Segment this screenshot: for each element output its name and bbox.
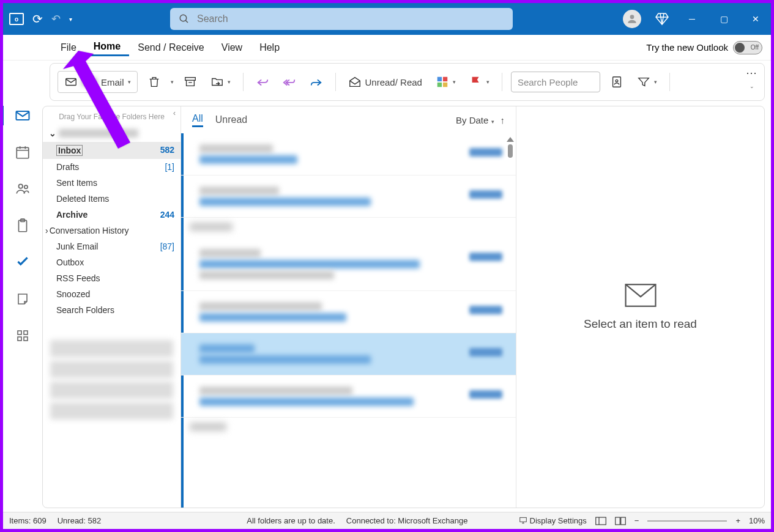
navrail-calendar[interactable] <box>10 142 35 162</box>
collapse-folder-pane-icon[interactable]: ‹ <box>173 109 176 117</box>
forward-button[interactable] <box>306 71 327 93</box>
diamond-premium-icon[interactable] <box>655 12 669 26</box>
unread-read-button[interactable]: Unread/ Read <box>344 71 426 93</box>
zoom-out-button[interactable]: − <box>634 516 639 525</box>
display-settings-button[interactable]: Display Settings <box>519 516 587 525</box>
flag-button[interactable]: ▾ <box>466 71 493 93</box>
archive-button[interactable] <box>180 71 201 93</box>
folder-archive[interactable]: Archive 244 <box>43 207 180 223</box>
folder-rss-feeds[interactable]: RSS Feeds <box>43 270 180 286</box>
zoom-slider[interactable] <box>647 520 727 522</box>
status-items-count: Items: 609 <box>9 516 47 525</box>
search-input[interactable] <box>197 13 504 24</box>
trash-icon <box>147 75 161 89</box>
navrail-notes[interactable] <box>10 289 35 309</box>
svg-rect-3 <box>66 79 76 86</box>
svg-rect-6 <box>443 77 447 81</box>
minimize-button[interactable]: ─ <box>683 10 701 28</box>
ribbon-collapse-button[interactable]: ⌄ <box>750 83 754 89</box>
reply-button[interactable] <box>252 71 273 93</box>
menu-send-receive[interactable]: Send / Receive <box>129 40 213 56</box>
svg-point-14 <box>24 185 28 188</box>
message-item[interactable] <box>181 291 516 333</box>
folder-outbox[interactable]: Outbox <box>43 254 180 270</box>
reply-all-button[interactable] <box>279 71 300 93</box>
message-item[interactable] <box>181 375 516 418</box>
view-reading-icon[interactable] <box>615 517 626 525</box>
monitor-icon <box>519 516 527 525</box>
msglist-tab-unread[interactable]: Unread <box>215 114 247 125</box>
navrail-tasks[interactable] <box>10 216 35 235</box>
folder-search-folders[interactable]: Search Folders <box>43 302 180 318</box>
message-item[interactable] <box>181 175 516 218</box>
menu-view[interactable]: View <box>213 40 251 56</box>
other-account-1[interactable] <box>50 340 173 357</box>
close-button[interactable]: ✕ <box>746 10 765 28</box>
svg-rect-25 <box>616 517 620 525</box>
folder-conversation-history[interactable]: ›Conversation History <box>43 223 180 238</box>
search-people-input[interactable]: Search People <box>511 72 600 92</box>
sync-icon[interactable]: ⟳ <box>32 12 43 26</box>
svg-rect-23 <box>596 517 606 525</box>
global-search[interactable] <box>170 8 513 30</box>
delete-dropdown[interactable]: ▾ <box>171 79 174 85</box>
menu-file[interactable]: File <box>52 40 85 56</box>
other-account-4[interactable] <box>50 402 173 419</box>
folder-sent-items[interactable]: Sent Items <box>43 175 180 191</box>
message-item-selected[interactable] <box>181 333 516 375</box>
navrail-people[interactable] <box>10 179 35 199</box>
svg-rect-17 <box>18 331 21 334</box>
undo-icon[interactable]: ↶ <box>51 12 61 26</box>
svg-rect-4 <box>185 78 195 81</box>
new-email-button[interactable]: Email ▾ <box>58 71 138 93</box>
message-group-header[interactable] <box>181 418 516 438</box>
navrail-todo[interactable] <box>10 253 35 272</box>
navrail-more-apps[interactable] <box>10 326 35 345</box>
inbox-count: 582 <box>160 145 174 156</box>
message-item[interactable] <box>181 133 516 175</box>
maximize-button[interactable]: ▢ <box>715 10 733 28</box>
address-book-button[interactable] <box>606 71 627 93</box>
qat-dropdown-icon[interactable]: ▾ <box>69 16 72 23</box>
account-header[interactable]: ⌄ <box>43 125 180 142</box>
reading-pane: Select an item to read <box>516 106 764 508</box>
sort-by-date[interactable]: By Date ▾ <box>456 115 494 125</box>
view-normal-icon[interactable] <box>595 517 606 525</box>
envelope-icon <box>64 75 78 89</box>
message-group-header[interactable] <box>181 218 516 238</box>
categorize-button[interactable]: ▾ <box>432 71 460 93</box>
navrail-mail[interactable] <box>10 106 35 125</box>
menu-help[interactable]: Help <box>251 40 288 56</box>
filter-button[interactable]: ▾ <box>633 71 661 93</box>
try-new-outlook-toggle[interactable]: Off <box>733 41 762 54</box>
zoom-in-button[interactable]: + <box>735 516 740 525</box>
delete-button[interactable] <box>144 71 165 93</box>
flag-icon <box>469 75 483 89</box>
address-book-icon <box>610 75 623 89</box>
folder-junk-email[interactable]: Junk Email 87 <box>43 238 180 254</box>
other-account-2[interactable] <box>50 361 173 378</box>
archive-count: 244 <box>160 210 174 220</box>
folder-drafts[interactable]: Drafts 1 <box>43 159 180 175</box>
sort-direction-button[interactable]: ↑ <box>500 115 505 125</box>
folder-deleted-items[interactable]: Deleted Items <box>43 191 180 207</box>
msglist-tab-all[interactable]: All <box>192 113 203 127</box>
svg-rect-19 <box>18 337 21 341</box>
svg-rect-7 <box>437 83 442 87</box>
ribbon-overflow-button[interactable]: ⋯ <box>746 66 758 79</box>
svg-rect-26 <box>621 517 626 525</box>
apps-grid-icon <box>15 328 30 343</box>
other-account-3[interactable] <box>50 382 173 399</box>
filter-icon <box>637 75 650 89</box>
drafts-count: 1 <box>165 162 174 172</box>
svg-rect-22 <box>520 517 527 522</box>
folder-inbox[interactable]: Inbox 582 <box>43 142 180 159</box>
menu-home[interactable]: Home <box>85 39 129 56</box>
chevron-down-icon: ⌄ <box>49 128 56 138</box>
move-button[interactable]: ▾ <box>207 71 234 93</box>
categories-icon <box>436 75 449 89</box>
account-avatar[interactable] <box>623 10 641 28</box>
message-item[interactable] <box>181 238 516 291</box>
folder-snoozed[interactable]: Snoozed <box>43 286 180 302</box>
envelope-open-icon <box>348 75 362 89</box>
